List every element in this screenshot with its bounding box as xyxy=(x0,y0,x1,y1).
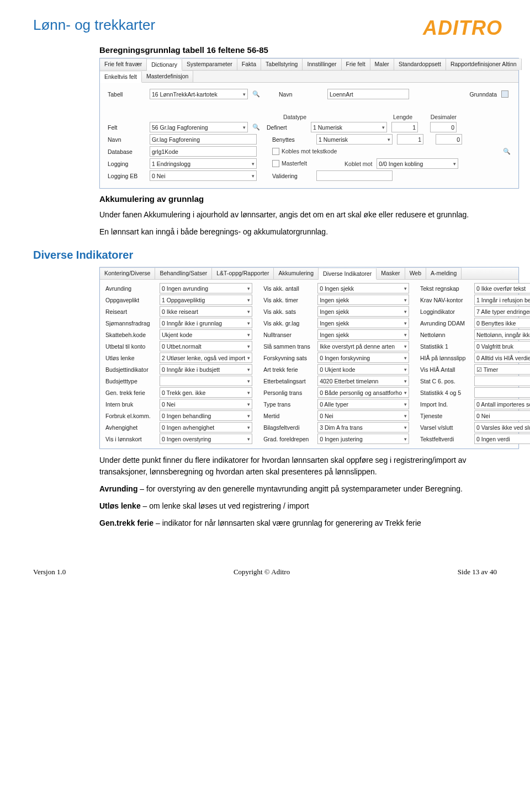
kobles-checkbox[interactable] xyxy=(272,148,279,155)
felt-combo[interactable]: 56 Gr.lag Fagforening▾ xyxy=(150,122,248,132)
tab-dictionary[interactable]: Dictionary xyxy=(147,59,182,71)
definert-combo[interactable]: 1 Numerisk▾ xyxy=(311,122,387,132)
chevron-down-icon: ▾ xyxy=(402,367,407,372)
field-combo[interactable]: ▾ xyxy=(160,376,252,386)
lengde2[interactable]: 1 xyxy=(397,134,423,145)
field-combo[interactable]: 0 Både personlig og ansattforho▾ xyxy=(317,387,409,398)
field-combo[interactable]: 0 Varsles ikke ved slutt▾ xyxy=(474,422,530,432)
field-combo[interactable]: 4020 Etterbet timelønn▾ xyxy=(317,376,409,386)
field-label: Intern bruk xyxy=(105,401,156,408)
field-combo[interactable]: 0 Ingen verdi▾ xyxy=(474,434,530,444)
field-combo[interactable]: 0 Ikke reiseart▾ xyxy=(160,306,252,317)
field-combo[interactable]: 0 Utbet.normalt▾ xyxy=(160,341,252,351)
field-combo[interactable]: 0 Ingen overstyring▾ xyxy=(160,434,252,444)
database-input[interactable]: grlg1Kode xyxy=(150,146,257,157)
kobletmot-combo[interactable]: 0/0 Ingen kobling▾ xyxy=(377,158,458,169)
tab-l-t-oppg-rapporter[interactable]: L&T-oppg/Rapporter xyxy=(212,268,274,279)
field-combo[interactable]: ▾ xyxy=(474,376,530,386)
field-label: Personlig trans xyxy=(263,389,314,396)
field-combo[interactable]: ☑ Timer▾ xyxy=(474,364,530,375)
field-combo[interactable]: 0 Ingen avrunding▾ xyxy=(160,283,252,293)
tab-enkeltvis-felt[interactable]: Enkeltvis felt xyxy=(100,71,142,83)
search-icon[interactable]: 🔍 xyxy=(252,90,260,98)
tab-fakta[interactable]: Fakta xyxy=(237,58,261,70)
field-label: Nettolønn xyxy=(420,332,471,338)
tab-rapportdefinisjoner-altinn[interactable]: Rapportdefinisjoner Altinn xyxy=(446,58,522,70)
field-combo[interactable]: 0 Antall importeres som timer▾ xyxy=(474,399,530,409)
tab-frie-felt[interactable]: Frie felt xyxy=(342,58,370,70)
benyttes-combo[interactable]: 1 Numerisk▾ xyxy=(316,134,393,145)
tab-systemparameter[interactable]: Systemparameter xyxy=(182,58,237,70)
desimaler2[interactable]: 0 xyxy=(436,134,462,145)
tab-masker[interactable]: Masker xyxy=(377,268,405,279)
field-combo[interactable]: 0 Ingen avhengighet▾ xyxy=(160,422,252,432)
field-combo[interactable]: Ingen sjekk▾ xyxy=(317,306,409,317)
field-combo[interactable]: 0 Inngår ikke i grunnlag▾ xyxy=(160,318,252,328)
tab-behandling-satser[interactable]: Behandling/Satser xyxy=(155,268,212,279)
chevron-down-icon: ▾ xyxy=(402,309,407,314)
tab-masterdefinisjon[interactable]: Masterdefinisjon xyxy=(142,71,193,82)
tab-maler[interactable]: Maler xyxy=(370,58,394,70)
field-combo[interactable]: 1 Inngår i refusjon bedrift▾ xyxy=(474,295,530,305)
field-combo[interactable]: 0 Ingen justering▾ xyxy=(317,434,409,444)
field-combo[interactable]: 0 Ikke overfør tekst▾ xyxy=(474,283,530,293)
tabell-combo[interactable]: 16 LønnTrekkArt-kartotek▾ xyxy=(150,89,248,99)
field-label: Stat C 6. pos. xyxy=(420,378,471,384)
search-icon[interactable]: 🔍 xyxy=(503,148,511,155)
field-combo[interactable]: Ingen sjekk▾ xyxy=(317,318,409,328)
masterfelt-checkbox[interactable] xyxy=(272,160,279,167)
field-combo[interactable]: 0 Ingen behandling▾ xyxy=(160,410,252,421)
field-combo[interactable]: 0 Inngår ikke i budsjett▾ xyxy=(160,364,252,375)
field-combo[interactable]: 7 Alle typer endringer (1+2+3)▾ xyxy=(474,306,530,317)
field-combo[interactable]: ▾ xyxy=(474,387,530,398)
field-combo[interactable]: 0 Ukjent kode▾ xyxy=(317,364,409,375)
field-combo[interactable]: 0 Alltid vis HIÅ verdier▾ xyxy=(474,352,530,363)
navn-top-input[interactable]: LoennArt xyxy=(327,89,409,99)
field-combo[interactable]: 0 Valgfritt bruk▾ xyxy=(474,341,530,351)
grunndata-checkbox[interactable] xyxy=(501,90,508,98)
lengde1[interactable]: 1 xyxy=(391,122,418,132)
navn-input[interactable]: Gr.lag Fagforening xyxy=(150,134,257,145)
tab-innstillinger[interactable]: Innstillinger xyxy=(303,58,341,70)
field-combo[interactable]: 0 Nei▾ xyxy=(474,410,530,421)
tab-standardoppsett[interactable]: Standardoppsett xyxy=(394,58,446,70)
field-combo[interactable]: Ingen sjekk▾ xyxy=(317,295,409,305)
field-combo[interactable]: 0 Ingen sjekk▾ xyxy=(317,283,409,293)
field-combo[interactable]: 3 Dim A fra trans▾ xyxy=(317,422,409,432)
logging-combo[interactable]: 1 Endringslogg▾ xyxy=(150,158,257,169)
search-icon[interactable]: 🔍 xyxy=(252,124,260,131)
benyttes-label: Benyttes xyxy=(272,136,312,143)
chevron-down-icon: ▾ xyxy=(402,297,407,303)
chevron-down-icon: ▾ xyxy=(245,286,250,291)
field-label: Forbruk el.komm. xyxy=(105,413,156,419)
field-label: HIÅ på lønnsslipp xyxy=(420,355,471,361)
desimaler1[interactable]: 0 xyxy=(430,122,457,132)
field-combo[interactable]: 0 Nei▾ xyxy=(317,410,409,421)
tab-tabellstyring[interactable]: Tabellstyring xyxy=(261,58,303,70)
field-combo[interactable]: 0 Alle typer▾ xyxy=(317,399,409,409)
field-combo[interactable]: Ukjent kode▾ xyxy=(160,329,252,340)
loggingeb-combo[interactable]: 0 Nei▾ xyxy=(150,170,257,181)
para4: Avrunding – for overstyring av den gener… xyxy=(99,483,497,495)
field-combo[interactable]: 1 Oppgavepliktig▾ xyxy=(160,295,252,305)
field-combo[interactable]: 2 Utløser lenke, også ved import▾ xyxy=(160,352,252,363)
field-combo[interactable]: 0 Nei▾ xyxy=(160,399,252,409)
field-combo[interactable]: 0 Trekk gen. ikke▾ xyxy=(160,387,252,398)
field-combo[interactable]: Ikke overstyrt på denne arten▾ xyxy=(317,341,409,351)
field-combo[interactable]: Ingen sjekk▾ xyxy=(317,329,409,340)
tab-akkumulering[interactable]: Akkumulering xyxy=(274,268,319,279)
field-combo[interactable]: Nettolønn, inngår ikke i grunnla▾ xyxy=(474,329,530,340)
field-combo[interactable]: 0 Ingen forskyvning▾ xyxy=(317,352,409,363)
chevron-down-icon: ▾ xyxy=(245,425,250,430)
akkumulering-heading: Akkumulering av grunnlag xyxy=(99,194,502,204)
field-label: Budsjettindikator xyxy=(105,366,156,373)
tab-a-melding[interactable]: A-melding xyxy=(426,268,462,279)
tab-frie-felt-frav-r[interactable]: Frie felt fravær xyxy=(100,58,147,70)
chevron-down-icon: ▾ xyxy=(402,436,407,442)
field-combo[interactable]: 0 Benyttes ikke▾ xyxy=(474,318,530,328)
tab-kontering-diverse[interactable]: Kontering/Diverse xyxy=(100,268,155,279)
chevron-down-icon: ▾ xyxy=(245,390,250,396)
tab-web[interactable]: Web xyxy=(405,268,426,279)
tab-diverse-indikatorer[interactable]: Diverse Indikatorer xyxy=(319,268,377,280)
validering-input[interactable] xyxy=(316,170,393,181)
